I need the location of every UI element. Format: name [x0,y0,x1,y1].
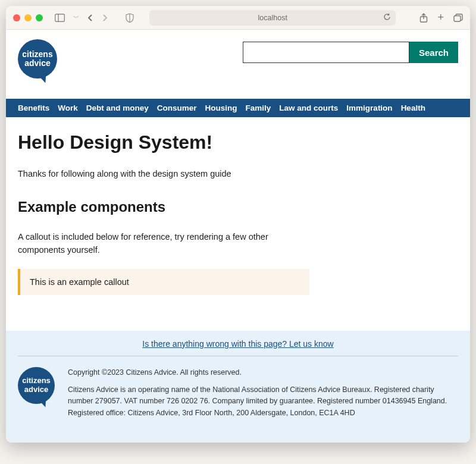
page-title: Hello Design System! [18,131,458,153]
sidebar-toggle-icon[interactable] [55,14,65,22]
svg-rect-4 [454,15,461,21]
footer-brand-line2: advice [24,385,48,394]
nav-item-housing[interactable]: Housing [205,104,237,112]
nav-item-benefits[interactable]: Benefits [18,104,49,112]
back-button[interactable] [87,14,93,22]
legal-text: Citizens Advice is an operating name of … [68,384,458,419]
section-heading: Example components [18,199,458,215]
new-tab-icon[interactable]: + [437,11,444,24]
svg-rect-0 [55,14,65,21]
maximize-window-button[interactable] [36,14,43,21]
search-button[interactable]: Search [409,42,458,63]
share-icon[interactable] [419,13,428,23]
brand-line1: citizens [22,50,52,59]
nav-item-debt-and-money[interactable]: Debt and money [86,104,149,112]
site-header: citizens advice Search [6,30,470,99]
page: citizens advice Search Benefits Work Deb… [6,30,470,443]
browser-window: ﹀ localhost + [6,6,470,443]
brand-logo[interactable]: citizens advice [18,39,61,82]
search-input[interactable] [243,42,409,63]
nav-item-consumer[interactable]: Consumer [157,104,197,112]
section-description: A callout is included below for referenc… [18,231,298,257]
tabs-overview-icon[interactable] [453,14,463,22]
nav-item-family[interactable]: Family [246,104,271,112]
intro-text: Thanks for following along with the desi… [18,169,458,178]
forward-button[interactable] [102,14,108,22]
window-controls [13,14,43,21]
titlebar: ﹀ localhost + [6,6,470,30]
nav-item-health[interactable]: Health [401,104,425,112]
close-window-button[interactable] [13,14,20,21]
main-content: Hello Design System! Thanks for followin… [6,117,470,331]
privacy-shield-icon[interactable] [126,13,134,23]
nav-item-law-and-courts[interactable]: Law and courts [279,104,338,112]
copyright-text: Copyright ©2023 Citizens Advice. All rig… [68,367,458,378]
callout-text: This is an example callout [30,277,129,287]
chevron-down-icon[interactable]: ﹀ [73,14,79,22]
minimize-window-button[interactable] [24,14,32,21]
footer-brand-logo[interactable]: citizens advice [18,367,57,406]
primary-nav: Benefits Work Debt and money Consumer Ho… [6,99,470,117]
example-callout: This is an example callout [18,269,309,295]
address-text: localhost [258,14,287,22]
search-form: Search [243,42,458,63]
feedback-link[interactable]: Is there anything wrong with this page? … [142,339,333,349]
reload-icon[interactable] [383,13,391,23]
site-footer: Is there anything wrong with this page? … [6,331,470,443]
address-bar[interactable]: localhost [149,10,396,26]
footer-brand-line1: citizens [22,377,51,385]
feedback-bar: Is there anything wrong with this page? … [18,339,458,356]
nav-item-immigration[interactable]: Immigration [346,104,392,112]
brand-line2: advice [24,59,51,68]
nav-item-work[interactable]: Work [58,104,78,112]
